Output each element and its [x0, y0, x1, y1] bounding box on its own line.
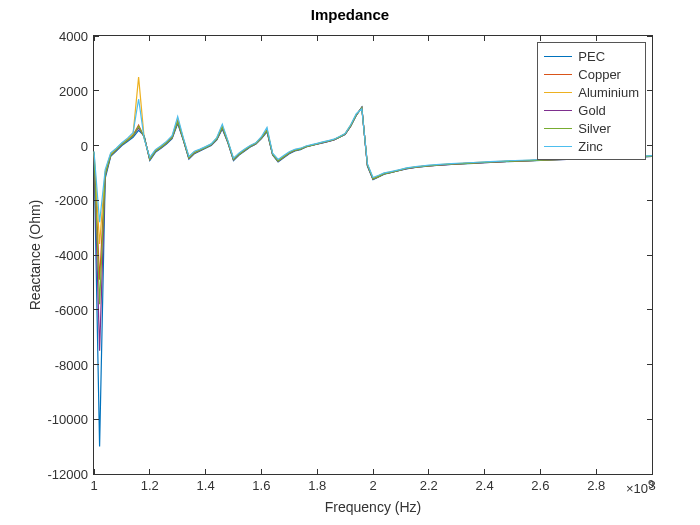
legend-swatch — [544, 74, 572, 75]
legend-swatch — [544, 128, 572, 129]
x-tick-label: 1.2 — [141, 474, 159, 493]
legend-label: Silver — [578, 121, 611, 136]
x-tick-label: 1.4 — [197, 474, 215, 493]
legend[interactable]: PECCopperAluminiumGoldSilverZinc — [537, 42, 646, 160]
legend-label: Zinc — [578, 139, 603, 154]
y-tick-label: -8000 — [55, 357, 94, 372]
x-tick-label: 1.8 — [308, 474, 326, 493]
legend-swatch — [544, 110, 572, 111]
x-exponent-label: ×109 — [626, 474, 654, 496]
x-tick-label: 2.4 — [476, 474, 494, 493]
x-tick-label: 2.8 — [587, 474, 605, 493]
legend-swatch — [544, 56, 572, 57]
y-tick-label: 2000 — [59, 83, 94, 98]
legend-item[interactable]: Zinc — [544, 137, 639, 155]
legend-item[interactable]: Copper — [544, 65, 639, 83]
y-tick-label: 4000 — [59, 29, 94, 44]
legend-label: PEC — [578, 49, 605, 64]
y-tick-label: 0 — [81, 138, 94, 153]
y-tick-label: -6000 — [55, 302, 94, 317]
legend-item[interactable]: Silver — [544, 119, 639, 137]
legend-label: Aluminium — [578, 85, 639, 100]
chart-title: Impedance — [0, 6, 700, 23]
x-tick-label: 2 — [369, 474, 376, 493]
y-tick-label: -10000 — [48, 412, 94, 427]
y-tick-label: -2000 — [55, 193, 94, 208]
legend-item[interactable]: PEC — [544, 47, 639, 65]
legend-item[interactable]: Aluminium — [544, 83, 639, 101]
plot-axes[interactable]: PECCopperAluminiumGoldSilverZinc -12000-… — [93, 35, 653, 475]
y-axis-label: Reactance (Ohm) — [27, 200, 43, 310]
x-tick-label: 2.2 — [420, 474, 438, 493]
x-tick-label: 2.6 — [531, 474, 549, 493]
x-tick-label: 1.6 — [252, 474, 270, 493]
legend-swatch — [544, 146, 572, 147]
legend-item[interactable]: Gold — [544, 101, 639, 119]
legend-swatch — [544, 92, 572, 93]
figure-window: Impedance Reactance (Ohm) Frequency (Hz)… — [0, 0, 700, 525]
x-axis-label: Frequency (Hz) — [325, 499, 421, 515]
legend-label: Copper — [578, 67, 621, 82]
y-tick-label: -4000 — [55, 248, 94, 263]
x-tick-label: 1 — [90, 474, 97, 493]
y-tick-label: -12000 — [48, 467, 94, 482]
legend-label: Gold — [578, 103, 605, 118]
